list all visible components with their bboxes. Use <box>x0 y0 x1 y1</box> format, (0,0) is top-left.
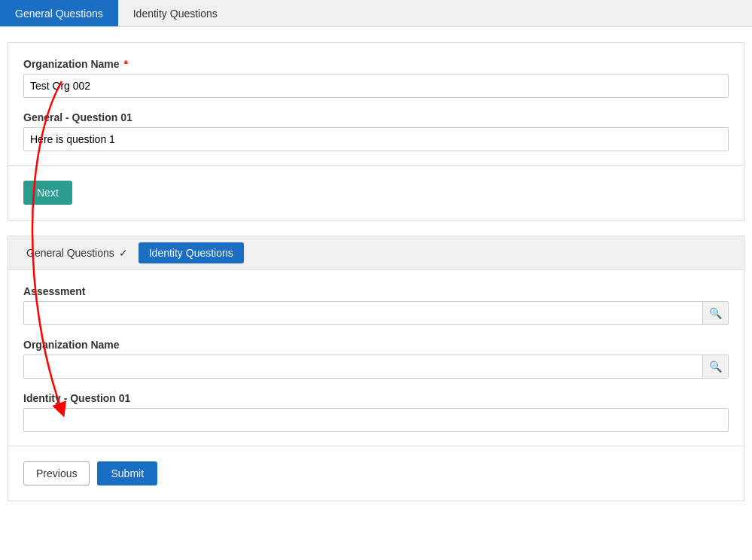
assessment-input-wrapper: 🔍 <box>23 301 729 325</box>
submit-button[interactable]: Submit <box>97 461 157 485</box>
general-questions-panel: Organization Name * General - Question 0… <box>8 42 744 221</box>
org-name-2-group: Organization Name 🔍 <box>23 339 729 379</box>
search-icon: 🔍 <box>709 307 722 319</box>
required-star: * <box>121 58 128 70</box>
search-icon-2: 🔍 <box>709 361 722 373</box>
general-q01-label: General - Question 01 <box>23 111 729 123</box>
org-name-2-label: Organization Name <box>23 339 729 351</box>
previous-button[interactable]: Previous <box>23 461 90 485</box>
org-name-2-input[interactable] <box>24 355 702 378</box>
org-name-2-search-button[interactable]: 🔍 <box>702 355 728 378</box>
divider-1 <box>8 165 744 166</box>
org-name-2-input-wrapper: 🔍 <box>23 355 729 379</box>
inner-tab-identity[interactable]: Identity Questions <box>139 242 244 263</box>
assessment-group: Assessment 🔍 <box>23 285 729 325</box>
assessment-input[interactable] <box>24 302 702 324</box>
inner-tab-bar: General Questions ✓ Identity Questions <box>8 236 744 270</box>
org-name-label: Organization Name * <box>23 58 729 70</box>
general-q01-input[interactable] <box>23 127 729 151</box>
identity-questions-panel: General Questions ✓ Identity Questions A… <box>8 236 744 501</box>
identity-q01-input[interactable] <box>23 408 729 432</box>
tab-identity-questions[interactable]: Identity Questions <box>118 0 233 26</box>
divider-2 <box>8 446 744 446</box>
org-name-group: Organization Name * <box>23 58 729 98</box>
assessment-search-button[interactable]: 🔍 <box>702 302 728 324</box>
next-button[interactable]: Next <box>23 181 72 205</box>
checkmark-icon: ✓ <box>119 247 128 259</box>
inner-tab-general[interactable]: General Questions ✓ <box>16 242 139 263</box>
top-tab-bar: General Questions Identity Questions <box>0 0 752 27</box>
org-name-input[interactable] <box>23 74 729 98</box>
identity-q01-group: Identity - Question 01 <box>23 392 729 432</box>
assessment-label: Assessment <box>23 285 729 297</box>
bottom-button-row: Previous Submit <box>23 461 729 485</box>
tab-general-questions[interactable]: General Questions <box>0 0 118 26</box>
identity-q01-label: Identity - Question 01 <box>23 392 729 404</box>
general-q01-group: General - Question 01 <box>23 111 729 151</box>
